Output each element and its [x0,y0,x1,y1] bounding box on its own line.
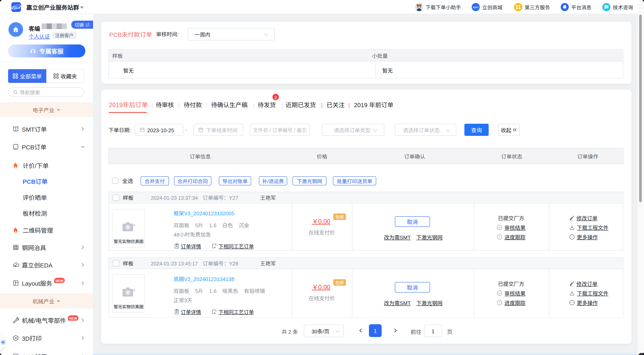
svg-text:3D: 3D [14,337,17,339]
